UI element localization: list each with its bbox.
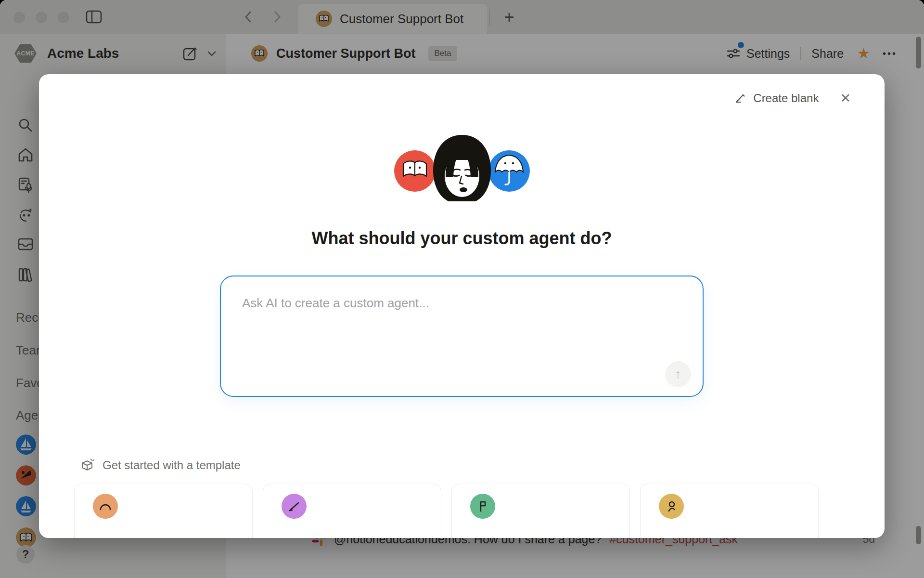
- template-avatar: [282, 494, 307, 519]
- modal-heading: What should your custom agent do?: [39, 228, 885, 249]
- create-blank-label: Create blank: [753, 92, 819, 105]
- template-card[interactable]: [263, 484, 441, 538]
- create-agent-modal: Create blank ✕: [39, 74, 885, 538]
- template-avatar: [659, 494, 684, 519]
- template-box-icon: [79, 458, 95, 473]
- pencil-icon: [734, 92, 746, 105]
- template-card[interactable]: [74, 484, 253, 538]
- agent-prompt-input[interactable]: [220, 276, 704, 397]
- template-avatar: [93, 494, 118, 519]
- submit-arrow-button[interactable]: ↑: [665, 361, 691, 387]
- close-icon[interactable]: ✕: [840, 92, 851, 105]
- template-card-row: [74, 484, 885, 538]
- template-avatar: [470, 494, 495, 519]
- app-window: Customer Support Bot + ACME Acme Labs Re…: [0, 0, 924, 578]
- create-blank-button[interactable]: Create blank: [734, 92, 819, 105]
- template-card[interactable]: [640, 484, 819, 538]
- custom-agent-illustration: [375, 133, 549, 215]
- template-card[interactable]: [451, 484, 630, 538]
- template-section-label: Get started with a template: [103, 459, 241, 472]
